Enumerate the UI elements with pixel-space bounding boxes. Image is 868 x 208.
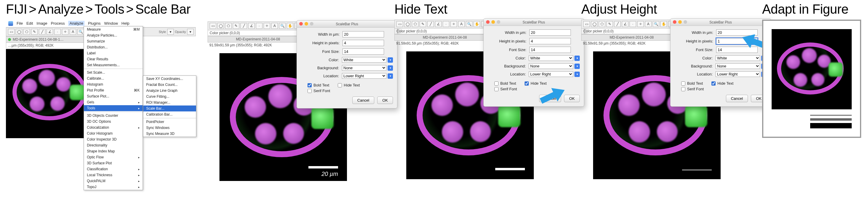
free-tool-icon[interactable]: ✎ [607,21,613,27]
mi-colocalization[interactable]: Colocalization [84,125,143,130]
menu-process[interactable]: Process [51,21,65,26]
menu-analyze[interactable]: Analyze [68,21,84,26]
serif-check[interactable]: Serif Font [494,87,517,91]
mi-save-xy[interactable]: Save XY Coordinates... [143,76,196,82]
chevron-down-icon[interactable]: ▾ [388,73,393,79]
style-dropdown[interactable]: ▾ [167,29,174,35]
point-tool-icon[interactable]: · [629,21,636,27]
tools-submenu[interactable]: Save XY Coordinates... Fractal Box Count… [143,76,196,137]
wand-tool-icon[interactable]: ✧ [264,23,270,29]
mi-plot-profile[interactable]: Plot Profile⌘K [84,87,143,93]
rect-tool-icon[interactable]: ▭ [8,29,14,35]
line-tool-icon[interactable]: ╱ [614,21,621,27]
hide-check[interactable]: Hide Text [525,81,547,85]
mi-label[interactable]: Label [84,50,143,56]
menu-edit[interactable]: Edit [26,21,33,26]
bg-select[interactable]: None [716,63,760,69]
zoom-icon[interactable] [684,20,687,24]
mi-set-measurements[interactable]: Set Measurements... [84,62,143,68]
mi-3d-surface-plot[interactable]: 3D Surface Plot [84,160,143,166]
zoom-tool-icon[interactable]: 🔍 [466,21,472,27]
chevron-down-icon[interactable]: ▾ [575,56,580,61]
bg-select[interactable]: None [342,65,386,71]
mi-clear-results[interactable]: Clear Results [84,56,143,62]
close-icon[interactable] [299,22,303,26]
text-tool-icon[interactable]: A [645,21,652,27]
color-select[interactable]: White [342,57,386,63]
menu-help[interactable]: Help [122,21,130,26]
free-tool-icon[interactable]: ✎ [233,23,239,29]
mi-analyze-line-graph[interactable]: Analyze Line Graph [143,88,196,94]
mi-measure[interactable]: Measure⌘M [84,26,143,32]
oval-tool-icon[interactable]: ◯ [217,23,224,29]
zoom-tool-icon[interactable]: 🔍 [78,29,84,35]
mi-histogram[interactable]: Histogram [84,81,143,87]
mi-calibration-bar[interactable]: Calibration Bar... [143,111,196,118]
oval-tool-icon[interactable]: ◯ [16,29,22,35]
oval-tool-icon[interactable]: ◯ [591,21,597,27]
wand-tool-icon[interactable]: ✧ [451,21,457,27]
text-tool-icon[interactable]: A [271,23,278,29]
bg-select[interactable]: None [529,63,573,69]
line-tool-icon[interactable]: ╱ [39,29,45,35]
mi-3d-oc-options[interactable]: 3D OC Options [84,119,143,125]
mi-analyze-particles[interactable]: Analyze Particles... [84,32,143,38]
mi-summarize[interactable]: Summarize [84,38,143,44]
font-field[interactable] [342,48,384,55]
mi-optic-flow[interactable]: Optic Flow [84,154,143,160]
width-field[interactable] [342,31,384,37]
mi-scale-bar[interactable]: Scale Bar... [143,105,196,111]
menu-window[interactable]: Window [104,21,118,26]
point-tool-icon[interactable]: · [54,29,61,35]
point-tool-icon[interactable]: · [443,21,449,27]
minimize-icon[interactable] [678,20,682,24]
poly-tool-icon[interactable]: ⬠ [225,23,231,29]
opacity-dropdown[interactable]: ▾ [187,29,194,35]
poly-tool-icon[interactable]: ⬠ [24,29,30,35]
chevron-down-icon[interactable]: ▾ [575,72,580,77]
mi-fractal-box[interactable]: Fractal Box Count... [143,82,196,88]
bold-check[interactable]: Bold Text [681,81,704,85]
angle-tool-icon[interactable]: ∠ [622,21,628,27]
zoom-icon[interactable] [497,20,500,24]
mi-directionality[interactable]: Directionality [84,142,143,148]
text-tool-icon[interactable]: A [70,29,76,35]
serif-check[interactable]: Serif Font [308,88,330,93]
oval-tool-icon[interactable]: ◯ [404,21,411,27]
zoom-icon[interactable] [310,22,313,26]
mi-quickpalm[interactable]: QuickPALM [84,178,143,184]
mi-curve-fitting[interactable]: Curve Fitting... [143,94,196,100]
mi-roi-manager[interactable]: ROI Manager... [143,100,196,105]
hide-check[interactable]: Hide Text [338,83,360,87]
poly-tool-icon[interactable]: ⬠ [412,21,418,27]
bold-check[interactable]: Bold Text [308,83,330,87]
angle-tool-icon[interactable]: ∠ [248,23,255,29]
hide-check[interactable]: Hide Text [711,81,733,85]
angle-tool-icon[interactable]: ∠ [46,29,53,35]
height-field[interactable] [342,40,384,46]
free-tool-icon[interactable]: ✎ [420,21,426,27]
loc-select[interactable]: Lower Right [716,71,760,77]
mi-pointpicker[interactable]: PointPicker [143,119,196,125]
mi-distribution[interactable]: Distribution... [84,44,143,50]
line-tool-icon[interactable]: ╱ [427,21,434,27]
mi-color-histogram[interactable]: Color Histogram [84,130,143,136]
zoom-tool-icon[interactable]: 🔍 [653,21,659,27]
mi-local-thickness[interactable]: Local Thickness [84,172,143,178]
menu-image[interactable]: Image [36,21,47,26]
mi-gels[interactable]: Gels [84,99,143,105]
ok-button[interactable]: OK [564,95,580,102]
minimize-icon[interactable] [305,22,308,26]
poly-tool-icon[interactable]: ⬠ [599,21,605,27]
mi-sync-windows[interactable]: Sync Windows [143,125,196,131]
menu-plugins[interactable]: Plugins [88,21,101,26]
angle-tool-icon[interactable]: ∠ [435,21,441,27]
rect-tool-icon[interactable]: ▭ [210,23,216,29]
mi-3d-objects-counter[interactable]: 3D Objects Counter [84,113,143,119]
minimize-icon[interactable] [491,20,495,24]
mi-sync-measure-3d[interactable]: Sync Measure 3D [143,131,196,137]
height-field[interactable] [529,38,571,44]
serif-check[interactable]: Serif Font [681,87,704,91]
cancel-button[interactable]: Cancel [352,97,374,104]
loc-select[interactable]: Lower Right [529,71,573,77]
